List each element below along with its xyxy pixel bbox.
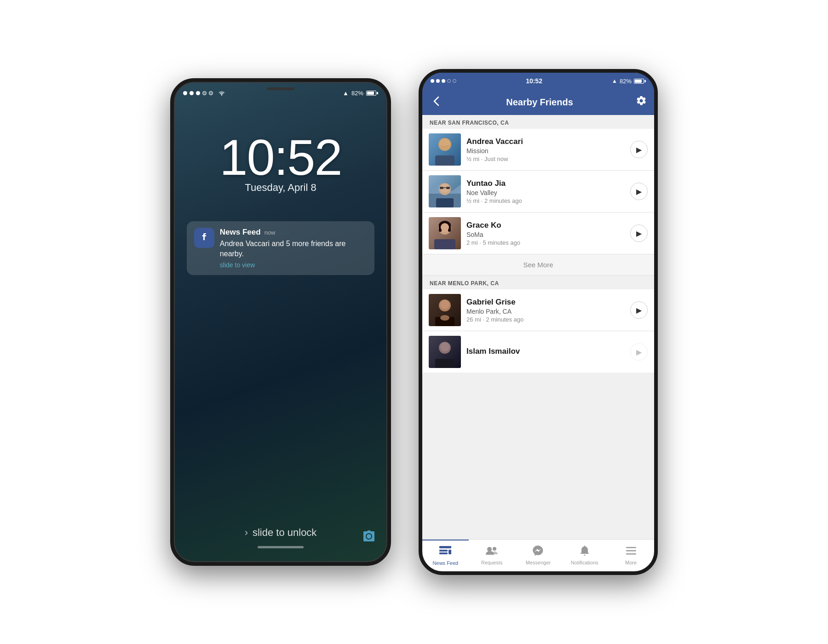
back-button[interactable]: [430, 93, 443, 111]
friend-info-yuntao: Yuntao Jia Noe Valley ½ mi · 2 minutes a…: [466, 179, 625, 204]
navigate-arrow-icon-2: ▶: [636, 187, 642, 196]
svg-rect-8: [436, 198, 454, 207]
friend-meta-yuntao: ½ mi · 2 minutes ago: [466, 197, 625, 204]
navigate-button-gabriel[interactable]: ▶: [630, 301, 648, 319]
fb-signal-dots: [431, 79, 456, 83]
friend-location-grace: SoMa: [466, 231, 625, 238]
tab-messenger[interactable]: Messenger: [515, 540, 562, 571]
fb-dot-5: [453, 79, 456, 83]
friend-info-gabriel: Gabriel Grise Menlo Park, CA 26 mi · 2 m…: [466, 298, 625, 323]
notif-app-name: News Feed: [220, 228, 261, 237]
navigate-arrow-icon-4: ▶: [636, 306, 642, 315]
tab-notifications[interactable]: Notifications: [561, 540, 608, 571]
page-title: Nearby Friends: [506, 97, 573, 108]
fb-dot-3: [442, 79, 445, 83]
friend-location-andrea: Mission: [466, 147, 625, 155]
requests-label: Requests: [481, 560, 502, 565]
tab-bar: News Feed Requests: [422, 539, 654, 571]
section-header-sf: NEAR SAN FRANCISCO, CA: [422, 115, 654, 129]
notif-time: now: [264, 229, 276, 236]
news-feed-icon: [439, 546, 451, 559]
messenger-icon: [532, 546, 544, 558]
friend-item-yuntao[interactable]: Yuntao Jia Noe Valley ½ mi · 2 minutes a…: [422, 171, 654, 213]
fb-battery-icon: [634, 79, 646, 84]
svg-rect-38: [626, 550, 636, 552]
battery-icon: [366, 91, 378, 96]
dot-1: [183, 91, 187, 95]
slide-unlock-label: slide to unlock: [253, 527, 316, 539]
section-header-mp: NEAR MENLO PARK, CA: [422, 276, 654, 289]
camera-icon[interactable]: [362, 529, 376, 546]
navigate-button-andrea[interactable]: ▶: [630, 141, 648, 158]
dot-2: [190, 91, 194, 95]
fb-location-arrow-icon: ▲: [612, 78, 617, 84]
svg-rect-31: [439, 546, 451, 548]
svg-rect-29: [435, 359, 454, 368]
friend-name-grace: Grace Ko: [466, 221, 625, 230]
notifications-label: Notifications: [571, 560, 598, 565]
more-icon: [626, 546, 636, 558]
notifications-icon: [580, 546, 590, 558]
more-label: More: [625, 560, 637, 565]
friend-meta-gabriel: 26 mi · 2 minutes ago: [466, 316, 625, 323]
friend-item-grace[interactable]: Grace Ko SoMa 2 mi · 5 minutes ago ▶: [422, 213, 654, 254]
svg-point-25: [440, 300, 449, 309]
svg-point-35: [487, 547, 492, 552]
svg-rect-32: [439, 550, 448, 552]
friend-avatar-yuntao: [429, 175, 461, 207]
friend-meta-grace: 2 mi · 5 minutes ago: [466, 239, 625, 246]
friend-avatar-andrea: [429, 133, 461, 166]
fb-dot-2: [436, 79, 440, 83]
svg-rect-10: [440, 187, 443, 189]
svg-rect-11: [446, 187, 450, 189]
friend-item-islam[interactable]: Islam Ismailov ▶: [422, 331, 654, 373]
notification-header: News Feed now: [220, 228, 367, 237]
svg-rect-2: [435, 155, 454, 166]
lock-bottom-bar: › slide to unlock: [174, 527, 387, 562]
notification-card[interactable]: News Feed now Andrea Vaccari and 5 more …: [187, 221, 374, 275]
signal-dots: [183, 91, 213, 95]
svg-rect-37: [626, 547, 636, 548]
tab-news-feed[interactable]: News Feed: [422, 540, 469, 571]
slide-to-unlock[interactable]: › slide to unlock: [245, 527, 317, 539]
fb-content: NEAR SAN FRANCISCO, CA: [422, 115, 654, 539]
dot-3: [196, 91, 200, 95]
dot-5: [209, 91, 213, 95]
notification-content: News Feed now Andrea Vaccari and 5 more …: [220, 228, 367, 269]
svg-rect-15: [434, 239, 455, 249]
friend-name-andrea: Andrea Vaccari: [466, 137, 625, 146]
location-arrow-icon: ▲: [343, 90, 349, 97]
friend-location-gabriel: Menlo Park, CA: [466, 308, 625, 315]
home-indicator: [258, 546, 304, 548]
scene: ▲ 82% 10:52 Tuesday, April 8: [0, 0, 828, 644]
navigate-button-islam[interactable]: ▶: [630, 343, 648, 361]
navigate-button-grace[interactable]: ▶: [630, 224, 648, 242]
chevron-right-icon: ›: [245, 527, 248, 539]
see-more-button[interactable]: See More: [422, 254, 654, 276]
lock-status-bar: ▲ 82%: [174, 82, 387, 100]
friend-info-islam: Islam Ismailov: [466, 347, 625, 357]
lock-date: Tuesday, April 8: [245, 182, 316, 194]
wifi-icon: [218, 89, 226, 97]
svg-point-30: [440, 342, 449, 351]
friend-avatar-islam: [429, 336, 461, 368]
tab-requests[interactable]: Requests: [469, 540, 515, 571]
fb-app-phone: 10:52 ▲ 82% Nearby Friends: [419, 69, 658, 575]
fb-battery-percent: 82%: [620, 78, 632, 85]
friend-location-yuntao: Noe Valley: [466, 189, 625, 196]
facebook-app-icon: [194, 228, 214, 248]
svg-rect-39: [626, 553, 636, 555]
friend-item-andrea[interactable]: Andrea Vaccari Mission ½ mi · Just now ▶: [422, 129, 654, 171]
friend-info-grace: Grace Ko SoMa 2 mi · 5 minutes ago: [466, 221, 625, 246]
fb-dot-1: [431, 79, 434, 83]
messenger-label: Messenger: [526, 560, 551, 565]
lock-screen-phone: ▲ 82% 10:52 Tuesday, April 8: [170, 78, 391, 566]
friend-item-gabriel[interactable]: Gabriel Grise Menlo Park, CA 26 mi · 2 m…: [422, 289, 654, 331]
tab-more[interactable]: More: [608, 540, 654, 571]
settings-button[interactable]: [636, 95, 647, 109]
fb-status-bar: 10:52 ▲ 82%: [422, 73, 654, 89]
navigate-button-yuntao[interactable]: ▶: [630, 183, 648, 200]
friend-name-islam: Islam Ismailov: [466, 347, 625, 356]
navigate-arrow-icon: ▶: [636, 145, 642, 154]
fb-dot-4: [447, 79, 451, 83]
